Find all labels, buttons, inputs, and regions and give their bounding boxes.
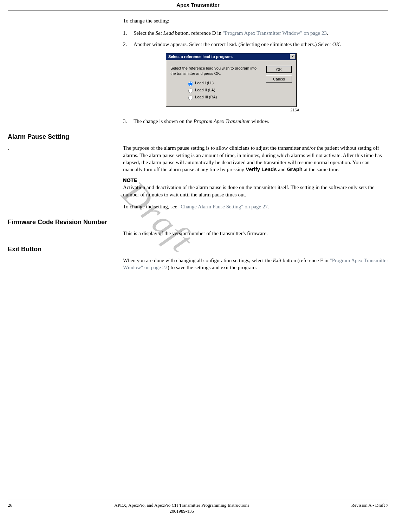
cancel-button[interactable]: Cancel <box>266 75 292 83</box>
ok-button[interactable]: OK <box>266 66 292 73</box>
cross-reference[interactable]: "Change Alarm Pause Setting" on page 27 <box>178 204 268 209</box>
page-footer: 26 APEX, ApexPro, and ApexPro CH Transmi… <box>8 500 388 514</box>
step-number: 3. <box>123 118 134 125</box>
procedure-list: 1. Select the Set Lead button, reference… <box>123 30 388 48</box>
note-body: Activation and deactivation of the alarm… <box>123 184 388 198</box>
radio-lead3[interactable] <box>188 96 193 100</box>
dialog-figure: Select a reference lead to program. × Se… <box>166 53 306 113</box>
radio-lead2[interactable] <box>188 89 193 93</box>
step-text: The change is shown on the Program Apex … <box>134 118 388 125</box>
step-text: Another window appears. Select the corre… <box>134 41 388 48</box>
cross-reference[interactable]: "Program Apex Transmitter Window" on pag… <box>223 30 327 36</box>
close-icon[interactable]: × <box>290 54 296 59</box>
change-setting-paragraph: To change the setting, see "Change Alarm… <box>123 203 388 210</box>
heading-exit-button: Exit Button <box>8 245 388 253</box>
radio-lead1[interactable] <box>188 82 193 86</box>
radio-option[interactable]: Lead II (LA) <box>170 87 262 93</box>
alarm-paragraph: . The purpose of the alarm pause setting… <box>8 144 388 173</box>
footer-revision: Revision A - Draft 7 <box>351 502 388 508</box>
step-number: 1. <box>123 30 134 37</box>
note-label: NOTE <box>123 177 388 184</box>
footer-doc-title: APEX, ApexPro, and ApexPro CH Transmitte… <box>12 502 351 508</box>
step-number: 2. <box>123 41 134 48</box>
step-text: Select the Set Lead button, reference D … <box>134 30 388 37</box>
page-number: 26 <box>8 502 12 508</box>
dialog-window: Select a reference lead to program. × Se… <box>166 53 297 107</box>
intro-paragraph: To change the setting: <box>123 17 388 24</box>
radio-option[interactable]: Lead III (RA) <box>170 95 262 100</box>
figure-caption: 215A <box>166 108 299 113</box>
footer-doc-number: 2001989-135 <box>12 508 351 514</box>
page-header: Apex Transmitter <box>8 0 388 11</box>
dialog-titlebar: Select a reference lead to program. × <box>166 53 296 60</box>
radio-option[interactable]: Lead I (LL) <box>170 80 262 86</box>
procedure-list-continued: 3. The change is shown on the Program Ap… <box>123 118 388 125</box>
firmware-body: This is a display of the version number … <box>123 230 388 237</box>
heading-firmware: Firmware Code Revision Number <box>8 218 388 226</box>
dialog-prompt: Select the reference lead you wish to pr… <box>170 66 262 76</box>
exit-body: When you are done with changing all conf… <box>123 257 388 271</box>
dialog-title: Select a reference lead to program. <box>168 54 233 59</box>
heading-alarm-pause: Alarm Pause Setting <box>8 132 388 141</box>
